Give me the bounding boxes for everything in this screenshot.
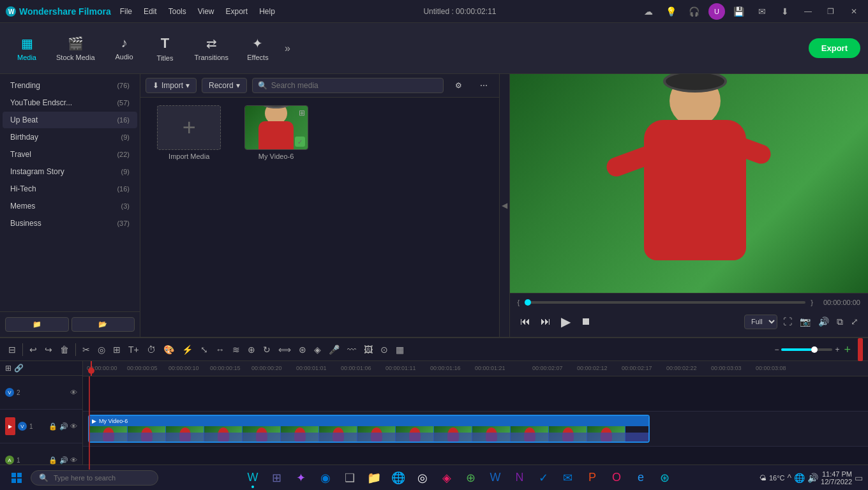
add-track-button[interactable]: + (841, 341, 854, 359)
motion-track-button[interactable]: ⊙ (377, 343, 391, 357)
chroma-button[interactable]: ◈ (311, 343, 324, 357)
taskbar-search-input[interactable] (54, 474, 143, 482)
audio-volume-icon[interactable]: 🔊 (59, 456, 68, 464)
sidebar-item-travel[interactable]: Travel (22) (3, 146, 137, 163)
menu-file[interactable]: File (115, 4, 137, 19)
taskbar-task-view[interactable]: ❑ (338, 466, 361, 489)
zoom-slider[interactable] (781, 348, 832, 351)
close-button[interactable]: ✕ (845, 3, 863, 20)
redo-button[interactable]: ↪ (41, 343, 56, 357)
record-button[interactable]: Record ▾ (202, 78, 247, 93)
headset-icon[interactable]: 🎧 (685, 3, 703, 20)
taskbar-onenote[interactable]: N (508, 466, 531, 489)
audio-levels-button[interactable]: ≋ (229, 343, 243, 357)
mail-icon[interactable]: ✉ (753, 3, 771, 20)
delete-button[interactable]: 🗑 (57, 343, 72, 357)
import-button[interactable]: ⬇ Import ▾ (146, 78, 197, 93)
crop-timeline-button[interactable]: ⊞ (110, 343, 124, 357)
taskbar-msedge2[interactable]: e (629, 466, 652, 489)
stabilize-button[interactable]: ⊛ (296, 343, 310, 357)
save-icon[interactable]: 💾 (730, 3, 748, 20)
tool-effects[interactable]: ✦ Effects (239, 32, 277, 65)
sidebar-item-birthday[interactable]: Birthday (9) (3, 129, 137, 145)
track-1-eye[interactable]: 👁 (70, 422, 77, 431)
new-folder-button[interactable]: 📁 (5, 317, 69, 332)
network-icon[interactable]: 🌐 (794, 473, 805, 483)
chevron-up-icon[interactable]: ^ (787, 473, 791, 483)
speaker-icon[interactable]: 🔊 (807, 473, 818, 483)
taskbar-teams[interactable]: ⊞ (266, 466, 288, 489)
video-media-item[interactable]: ⊞ ✓ My Video-6 (235, 105, 317, 160)
cloud-icon[interactable]: ☁ (640, 3, 657, 20)
user-avatar[interactable]: U (708, 3, 725, 20)
taskbar-outlook[interactable]: ✉ (557, 466, 580, 489)
link-icon[interactable]: 🔗 (14, 364, 24, 373)
taskbar-instagram[interactable]: ◈ (435, 466, 458, 489)
play-button[interactable]: ▶ (558, 311, 573, 332)
sidebar-item-business[interactable]: Business (37) (3, 215, 137, 232)
sidebar-item-memes[interactable]: Memes (3) (3, 198, 137, 214)
expand-toolbar-button[interactable]: » (280, 40, 296, 57)
track-1-volume[interactable]: 🔊 (59, 422, 68, 431)
minimize-button[interactable]: — (799, 3, 817, 20)
more-options-icon[interactable]: ⋯ (474, 78, 494, 93)
timer-button[interactable]: ⏱ (144, 343, 159, 357)
speed-button[interactable]: ⚡ (179, 343, 196, 357)
vocal-button[interactable]: 🎤 (326, 343, 343, 357)
flip-button[interactable]: ⟺ (275, 343, 294, 357)
search-input[interactable] (271, 81, 438, 90)
green-screen-button[interactable]: 🖼 (361, 343, 376, 357)
download-icon[interactable]: ⬇ (776, 3, 794, 20)
color-button[interactable]: 🎨 (160, 343, 177, 357)
export-button[interactable]: Export (809, 38, 860, 58)
import-thumb[interactable]: + (157, 105, 221, 150)
stop-button[interactable]: ⏹ (578, 313, 594, 330)
undo-button[interactable]: ↩ (26, 343, 40, 357)
menu-help[interactable]: Help (254, 4, 280, 19)
panel-collapse-arrow[interactable]: ◀ (500, 74, 510, 337)
denoise-button[interactable]: 〰 (344, 343, 359, 357)
replace-button[interactable]: ↔ (213, 343, 228, 357)
progress-bar[interactable] (525, 301, 805, 304)
sidebar-item-upbeat[interactable]: Up Beat (16) (3, 112, 137, 128)
text-button[interactable]: T+ (125, 343, 142, 357)
taskbar-powerpoint[interactable]: P (581, 466, 604, 489)
sidebar-item-youtube[interactable]: YouTube Endscr... (57) (3, 94, 137, 111)
zoom-in-icon[interactable]: + (835, 345, 839, 354)
fit-icon[interactable]: ⊞ (5, 364, 11, 373)
sidebar-item-trending[interactable]: Trending (76) (3, 77, 137, 94)
taskbar-search[interactable]: 🔍 (31, 470, 158, 486)
taskbar-copilot2[interactable]: ⊛ (654, 466, 677, 489)
video-clip-1[interactable]: ▶ My Video-6 (88, 415, 650, 443)
transform-button[interactable]: ⤡ (197, 343, 211, 357)
pip-button[interactable]: ⧉ (835, 315, 845, 329)
lock-icon[interactable]: 🔒 (49, 422, 57, 431)
menu-tools[interactable]: Tools (163, 4, 191, 19)
start-button[interactable] (5, 468, 28, 487)
quality-select[interactable]: Full 1/2 1/4 (744, 315, 777, 329)
cut-button[interactable]: ✂ (79, 343, 93, 357)
taskbar-file-explorer[interactable]: 📁 (363, 466, 385, 489)
scenes-button[interactable]: ⊟ (5, 343, 19, 357)
filter-icon[interactable]: ⚙ (449, 78, 468, 93)
audio-eye-icon[interactable]: 👁 (70, 456, 77, 464)
fullscreen-button[interactable]: ⛶ (781, 315, 794, 329)
show-desktop-icon[interactable]: ▭ (855, 473, 863, 483)
rotate-button[interactable]: ↻ (260, 343, 274, 357)
snapshot-button[interactable]: 📷 (798, 315, 812, 329)
open-folder-button[interactable]: 📂 (71, 317, 135, 332)
tool-titles[interactable]: T Titles (146, 31, 184, 66)
taskbar-opera[interactable]: O (605, 466, 628, 489)
tool-audio[interactable]: ♪ Audio (105, 32, 144, 64)
volume-button[interactable]: 🔊 (816, 315, 831, 329)
zoom-out-icon[interactable]: − (774, 345, 779, 354)
taskbar-word[interactable]: W (484, 466, 507, 489)
import-media-item[interactable]: + Import Media (148, 105, 230, 160)
tool-transitions[interactable]: ⇄ Transitions (187, 32, 236, 65)
taskbar-filmora[interactable]: W (241, 466, 264, 489)
sidebar-item-hitech[interactable]: Hi-Tech (16) (3, 181, 137, 197)
sidebar-item-instagram[interactable]: Instagram Story (9) (3, 163, 137, 180)
prev-frame-button[interactable]: ⏮ (518, 313, 533, 330)
menu-export[interactable]: Export (221, 4, 253, 19)
taskbar-edge[interactable]: 🌐 (387, 466, 410, 489)
